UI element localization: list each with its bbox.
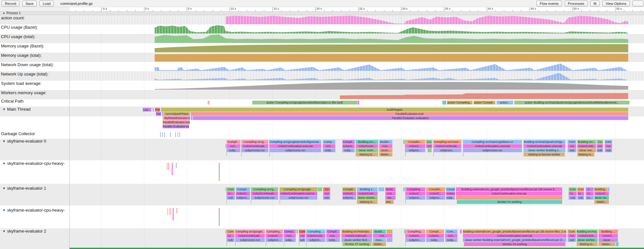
- trace-slice[interactable]: subp...: [445, 238, 457, 242]
- trace-slice[interactable]: subprocess.run: [241, 148, 268, 152]
- trace-slice[interactable]: Par: [155, 108, 160, 112]
- trace-slice[interactable]: [163, 116, 164, 120]
- trace-slice[interactable]: Javac ...: [599, 238, 618, 242]
- trace-slice[interactable]: Waitin...: [379, 153, 392, 156]
- trace-slice[interactable]: subp...: [226, 148, 240, 152]
- trace-slice[interactable]: ActionContinuation.execut...: [280, 192, 317, 195]
- trace-slice[interactable]: Building src...: [577, 140, 596, 144]
- track-label-workers-memory-usage[interactable]: Workers memory usage:: [1, 90, 46, 95]
- trace-slice[interactable]: Compiling src/google...: [235, 230, 265, 234]
- flow-events-button[interactable]: Flow events: [536, 1, 562, 6]
- trace-slice[interactable]: Act: [323, 192, 330, 195]
- trace-slice[interactable]: Building src/main/jav...: [341, 230, 372, 234]
- trace-slice[interactable]: Wai...: [385, 200, 394, 204]
- trace-tick[interactable]: [219, 172, 220, 176]
- trace-slice[interactable]: ActionContinuati...: [341, 234, 372, 238]
- trace-slice[interactable]: sub: [577, 196, 584, 200]
- trace-slice[interactable]: Acti...: [323, 144, 335, 148]
- trace-slice[interactable]: ActionC...: [405, 234, 425, 238]
- trace-slice[interactable]: [226, 144, 226, 148]
- trace-slice[interactable]: Act: [568, 144, 576, 148]
- trace-slice[interactable]: action 'Compiling src/google/protobuf/de…: [252, 101, 357, 105]
- load-button[interactable]: Load: [39, 1, 53, 6]
- trace-slice[interactable]: Javac worker Buil...: [341, 238, 372, 242]
- trace-slice[interactable]: [162, 112, 163, 116]
- trace-slice[interactable]: Building...: [594, 187, 607, 191]
- trace-slice[interactable]: subp...: [284, 238, 296, 242]
- trace-slice[interactable]: Waitin...: [599, 242, 615, 246]
- trace-slice[interactable]: ActionContinuation.execute: [269, 144, 321, 148]
- trace-tick[interactable]: [280, 200, 280, 204]
- expander-triangle-icon[interactable]: ▼: [3, 230, 5, 233]
- trace-slice[interactable]: [191, 116, 192, 120]
- trace-slice[interactable]: Compili...: [342, 187, 356, 191]
- trace-slice[interactable]: subprocess.run: [463, 148, 522, 152]
- record-button[interactable]: Record: [2, 1, 19, 6]
- track-label-memory-usage-bazel[interactable]: Memory usage (Bazel):: [1, 44, 44, 48]
- trace-slice[interactable]: Ac...: [577, 192, 584, 195]
- trace-slice[interactable]: Compiling src/core/...: [433, 140, 461, 144]
- trace-slice[interactable]: Build...: [385, 187, 396, 191]
- trace-slice[interactable]: Javac wor...: [577, 148, 596, 152]
- timeline-stage[interactable]: action 'Compiling src/google/protobuf/de…: [0, 0, 644, 249]
- trace-tick[interactable]: [226, 200, 227, 204]
- trace-slice[interactable]: Building ...: [599, 230, 618, 234]
- trace-slice[interactable]: Com: [569, 187, 577, 191]
- trace-slice[interactable]: Javac worker...: [357, 196, 378, 200]
- trace-slice[interactable]: Comp...: [323, 140, 335, 144]
- trace-tick[interactable]: [405, 200, 406, 204]
- track-label-cpu-usage-bazel[interactable]: CPU usage (Bazel):: [1, 25, 38, 30]
- trace-slice[interactable]: ParallelEvaluator.eval: [163, 120, 190, 124]
- trace-slice[interactable]: subprocess.run: [280, 196, 317, 200]
- trace-tick[interactable]: [219, 208, 220, 213]
- save-button[interactable]: Save: [22, 1, 37, 6]
- trace-slice[interactable]: Javac...: [379, 148, 392, 152]
- extra-toolbar-button[interactable]: [632, 1, 643, 6]
- trace-slice[interactable]: Com: [226, 230, 235, 234]
- trace-tick[interactable]: [219, 167, 220, 172]
- trace-slice[interactable]: su...: [586, 196, 594, 200]
- trace-slice[interactable]: Ac...: [226, 192, 235, 195]
- trace-slice[interactable]: [358, 101, 359, 105]
- trace-slice[interactable]: subproc...: [405, 238, 425, 242]
- trace-slice[interactable]: skyframeExecutor.configureTargets: [164, 116, 190, 120]
- trace-slice[interactable]: action 'Compiling...: [447, 101, 473, 105]
- process-header[interactable]: ▼Process 1: [0, 11, 644, 15]
- trace-slice[interactable]: Compil...: [426, 230, 444, 234]
- trace-slice[interactable]: [226, 230, 226, 234]
- trace-tick[interactable]: [179, 132, 180, 137]
- view-options-button[interactable]: View Options: [602, 1, 630, 6]
- trace-slice[interactable]: [403, 140, 405, 144]
- track-label-main-thread[interactable]: ▼Main Thread: [3, 107, 31, 112]
- trace-tick[interactable]: [299, 242, 299, 246]
- trace-tick[interactable]: [164, 132, 165, 137]
- trace-slice[interactable]: [387, 230, 392, 234]
- trace-slice[interactable]: [460, 230, 462, 234]
- processes-button[interactable]: Processes: [565, 1, 588, 6]
- trace-slice[interactable]: [608, 187, 610, 191]
- trace-slice[interactable]: subproce...: [433, 148, 461, 152]
- trace-slice[interactable]: Worker #3 working: [464, 242, 565, 246]
- trace-tick[interactable]: [241, 153, 242, 156]
- trace-slice[interactable]: Compil...: [326, 230, 340, 234]
- trace-tick[interactable]: [219, 176, 220, 181]
- trace-slice[interactable]: subproc...: [266, 238, 283, 242]
- trace-tick[interactable]: [219, 222, 220, 226]
- trace-slice[interactable]: sub: [323, 196, 330, 200]
- trace-slice[interactable]: Waiting to...: [577, 153, 594, 156]
- trace-tick[interactable]: [162, 132, 163, 137]
- trace-slice[interactable]: ActionContinuation.execute: [463, 144, 522, 148]
- expander-triangle-icon[interactable]: ▼: [3, 140, 5, 143]
- trace-slice[interactable]: subproc...: [426, 196, 445, 200]
- trace-slice[interactable]: Compiling ...: [405, 187, 425, 191]
- trace-slice[interactable]: sub: [568, 238, 576, 242]
- track-label-skyframe-evaluator-2[interactable]: ▼skyframe-evaluator 2: [3, 229, 46, 234]
- trace-tick[interactable]: [405, 153, 406, 156]
- trace-slice[interactable]: Com: [226, 187, 235, 191]
- trace-tick[interactable]: [168, 208, 168, 215]
- trace-slice[interactable]: Ac...: [569, 192, 577, 195]
- trace-slice[interactable]: Par: [156, 112, 161, 116]
- trace-slice[interactable]: subproc...: [236, 196, 250, 200]
- trace-tick[interactable]: [266, 242, 266, 246]
- trace-slice[interactable]: [296, 230, 298, 234]
